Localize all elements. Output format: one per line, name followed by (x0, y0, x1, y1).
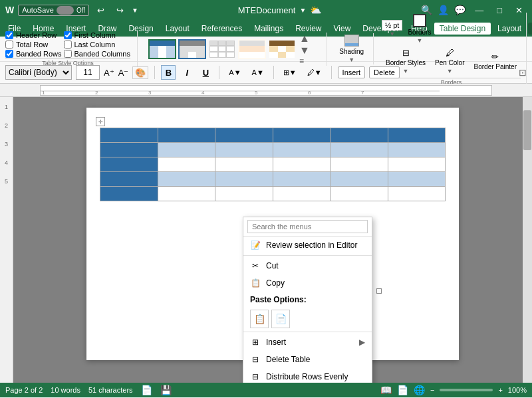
table-cell[interactable] (331, 157, 388, 172)
table-cell[interactable] (331, 187, 388, 201)
pt-selector[interactable]: ½ pt ▼ (382, 20, 402, 37)
banded-columns-input[interactable] (64, 50, 72, 58)
theme-colors-icon[interactable]: 🎨 (132, 66, 148, 79)
table-style-5[interactable] (268, 39, 296, 59)
table-cell[interactable] (215, 157, 273, 172)
first-column-input[interactable] (64, 31, 72, 39)
ctx-distribute-rows[interactable]: ⊟ Distribute Rows Evenly (243, 368, 372, 383)
font-color-button[interactable]: A▼ (249, 66, 267, 78)
table-cell[interactable] (388, 143, 446, 157)
table-cell[interactable] (100, 128, 158, 143)
table-cell[interactable] (273, 187, 331, 201)
table-cell[interactable] (158, 187, 215, 201)
font-size-decrease[interactable]: A⁻ (118, 68, 129, 78)
table-style-2[interactable] (178, 39, 206, 59)
table-cell[interactable] (158, 128, 215, 143)
doc-status-icon[interactable]: 📄 (141, 385, 152, 395)
ribbon-expand-icon[interactable]: ⊡ (519, 67, 527, 78)
ctx-copy[interactable]: 📋 Copy (243, 274, 372, 292)
table-cell[interactable] (100, 172, 158, 187)
table-cell[interactable] (158, 172, 215, 187)
shading-quick-button[interactable]: 🖊▼ (304, 66, 325, 78)
table-cell[interactable] (331, 172, 388, 187)
table-style-3[interactable] (208, 39, 236, 59)
ribbon: Header Row Total Row Banded Rows First C… (0, 37, 532, 84)
delete-button[interactable]: Delete (369, 66, 400, 78)
style-scroll-down[interactable]: ▼ (298, 45, 311, 56)
table-move-handle[interactable]: ✛ (96, 117, 105, 126)
table-resize-handle[interactable] (376, 288, 382, 294)
underline-button[interactable]: U (198, 65, 213, 80)
table-cell[interactable] (215, 172, 273, 187)
ctx-search-input[interactable] (247, 220, 368, 233)
table-cell[interactable] (273, 172, 331, 187)
table-cell[interactable] (273, 157, 331, 172)
header-row-input[interactable] (5, 31, 13, 39)
highlight-button[interactable]: A▼ (225, 66, 244, 78)
banded-rows-input[interactable] (5, 50, 13, 58)
undo-button[interactable]: ↩ (93, 4, 108, 17)
zoom-slider[interactable] (440, 389, 493, 391)
total-row-input[interactable] (5, 41, 13, 49)
table-cell[interactable] (215, 128, 273, 143)
table-cell[interactable] (158, 143, 215, 157)
vertical-scrollbar[interactable] (523, 97, 532, 383)
shading-button[interactable]: Shading ▼ (335, 33, 368, 64)
paste-option-2[interactable]: 📄 (271, 310, 290, 328)
header-row-checkbox[interactable]: Header Row (5, 31, 62, 39)
bold-button[interactable]: B (161, 65, 176, 80)
first-column-checkbox[interactable]: First Column (64, 31, 130, 39)
zoom-minus[interactable]: − (430, 386, 434, 394)
banded-columns-checkbox[interactable]: Banded Columns (64, 50, 130, 58)
ctx-cut[interactable]: ✂ Cut (243, 257, 372, 274)
view-read-icon[interactable]: 📖 (380, 385, 392, 395)
table-cell[interactable] (388, 172, 446, 187)
autosave-badge[interactable]: AutoSave Off (18, 5, 89, 16)
paste-option-1[interactable]: 📋 (250, 310, 269, 328)
table-cell[interactable] (388, 128, 446, 143)
font-select[interactable]: Calibri (Body) (5, 65, 72, 80)
view-web-icon[interactable]: 🌐 (414, 385, 425, 395)
style1-cell2 (158, 41, 167, 47)
total-row-checkbox[interactable]: Total Row (5, 41, 62, 49)
table-cell[interactable] (388, 157, 446, 172)
insert-button[interactable]: Insert (338, 66, 366, 78)
table-style-1[interactable] (148, 39, 176, 59)
table-cell[interactable] (273, 128, 331, 143)
menu-view[interactable]: View (329, 23, 356, 35)
autosave-toggle[interactable] (57, 6, 74, 15)
table-cell[interactable] (331, 128, 388, 143)
ctx-insert[interactable]: ⊞ Insert ▶ (243, 334, 372, 351)
style1-cell9 (166, 52, 175, 58)
font-size-input[interactable] (76, 65, 100, 80)
borders-quick-button[interactable]: ⊞▼ (280, 66, 300, 79)
ctx-review-editor[interactable]: 📝 Review selection in Editor (243, 237, 372, 254)
borders-button[interactable]: Borders ▼ (404, 13, 435, 45)
table-cell[interactable] (215, 143, 273, 157)
zoom-plus[interactable]: + (498, 386, 502, 394)
italic-button[interactable]: I (180, 65, 194, 80)
banded-rows-checkbox[interactable]: Banded Rows (5, 50, 62, 58)
ctx-delete-table[interactable]: ⊟ Delete Table (243, 351, 372, 368)
ribbon-row2: Calibri (Body) A⁺ A⁻ 🎨 B I U A▼ A▼ ⊞▼ 🖊▼… (0, 62, 532, 83)
table-cell[interactable] (215, 187, 273, 201)
table-cell[interactable] (388, 187, 446, 201)
view-print-icon[interactable]: 📄 (397, 385, 408, 395)
editing-button[interactable]: ✏️ Editing ▼ (528, 23, 532, 35)
underline-label: U (203, 68, 209, 78)
table-cell[interactable] (100, 157, 158, 172)
last-column-input[interactable] (64, 41, 72, 49)
scroll-thumb[interactable] (523, 110, 531, 150)
redo-button[interactable]: ↪ (112, 4, 128, 17)
style-scroll-up[interactable]: ▲ (298, 33, 311, 45)
table-cell[interactable] (158, 157, 215, 172)
last-column-checkbox[interactable]: Last Column (64, 41, 130, 49)
save-status-icon[interactable]: 💾 (160, 385, 172, 395)
font-size-increase[interactable]: A⁺ (104, 68, 114, 78)
document-table[interactable] (100, 128, 446, 201)
table-cell[interactable] (273, 143, 331, 157)
table-cell[interactable] (331, 143, 388, 157)
table-cell[interactable] (100, 187, 158, 201)
table-cell[interactable] (100, 143, 158, 157)
table-style-4[interactable] (238, 39, 266, 59)
